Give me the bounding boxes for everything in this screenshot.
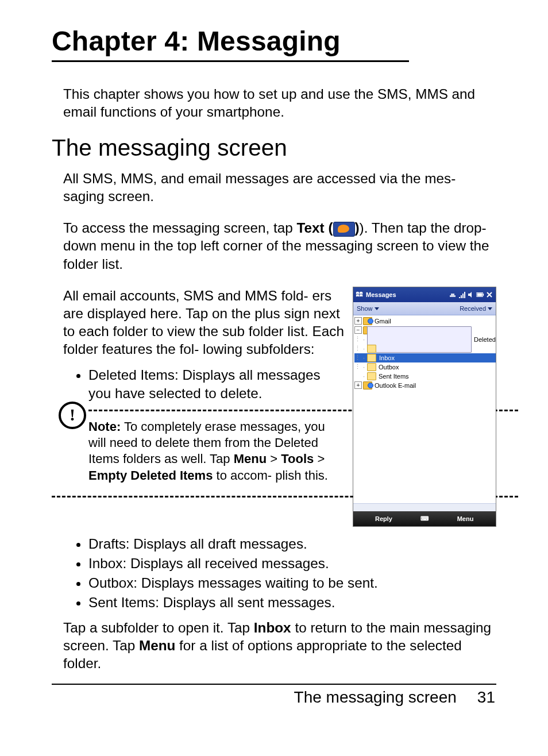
scrollbar-horizontal[interactable] bbox=[353, 503, 496, 511]
bullet-list: Deleted Items: Displays all messages you… bbox=[52, 366, 346, 403]
folder-icon bbox=[367, 345, 376, 353]
text-bold: Text ( bbox=[297, 220, 333, 236]
list-item: Deleted Items: Displays all messages you… bbox=[88, 366, 346, 403]
menu-button[interactable]: Menu bbox=[435, 515, 496, 522]
screenshot-softkeys: Reply ⌨ Menu bbox=[353, 511, 496, 526]
folder-icon bbox=[367, 363, 376, 371]
speaker-icon bbox=[467, 291, 475, 299]
text-bold: Tools bbox=[281, 452, 314, 466]
battery-icon bbox=[476, 291, 484, 299]
folder-tree: +Gmail −Messages ⋮·Deleted Items ⋮·Draft… bbox=[353, 315, 496, 503]
tree-item-outbox[interactable]: ⋮·Outbox bbox=[354, 362, 496, 372]
collapse-icon[interactable]: − bbox=[354, 326, 362, 334]
device-screenshot: Messages Show Received +Gmail −M bbox=[353, 287, 496, 527]
mail-account-icon bbox=[363, 381, 372, 389]
chapter-rule bbox=[52, 60, 409, 62]
page-footer: The messaging screen 31 bbox=[52, 688, 496, 707]
screenshot-title: Messages bbox=[366, 291, 396, 298]
text-run: > bbox=[267, 452, 281, 466]
text-run: To access the messaging screen, tap bbox=[63, 220, 297, 236]
text-run: to accom- plish this. bbox=[213, 468, 328, 483]
list-item: Drafts: Displays all draft messages. bbox=[88, 535, 496, 553]
windows-logo-icon bbox=[356, 291, 364, 299]
svg-rect-2 bbox=[477, 293, 483, 296]
expand-icon[interactable]: + bbox=[354, 317, 362, 325]
intro-paragraph: This chapter shows you how to set up and… bbox=[52, 85, 496, 121]
list-item: Inbox: Displays all received messages. bbox=[88, 554, 496, 573]
received-dropdown[interactable]: Received bbox=[460, 305, 492, 312]
document-page: Chapter 4: Messaging This chapter shows … bbox=[0, 0, 548, 756]
text-bold: Empty Deleted Items bbox=[88, 468, 213, 483]
bullet-list-2: Drafts: Displays all draft messages. Inb… bbox=[52, 535, 496, 612]
list-item: Sent Items: Displays all sent messages. bbox=[88, 593, 496, 612]
show-dropdown[interactable]: Show bbox=[357, 305, 379, 312]
chevron-down-icon bbox=[375, 307, 379, 310]
folder-icon bbox=[367, 326, 472, 353]
chevron-down-icon bbox=[488, 307, 492, 310]
paragraph-1: All SMS, MMS, and email messages are acc… bbox=[52, 169, 496, 205]
mail-account-icon bbox=[363, 317, 372, 325]
expand-icon[interactable]: + bbox=[354, 381, 362, 389]
text-bold: ) bbox=[355, 220, 360, 236]
reply-button[interactable]: Reply bbox=[353, 515, 414, 522]
folder-icon bbox=[367, 372, 376, 380]
keyboard-icon[interactable]: ⌨ bbox=[414, 515, 435, 522]
connectivity-icon bbox=[449, 291, 457, 299]
screenshot-body: +Gmail −Messages ⋮·Deleted Items ⋮·Draft… bbox=[353, 315, 496, 503]
note-callout: ! Note: To completely erase messages, yo… bbox=[52, 408, 346, 494]
text-bold: Menu bbox=[234, 452, 267, 466]
text-bold: Menu bbox=[139, 638, 175, 653]
signal-icon bbox=[458, 291, 466, 299]
tree-item-deleted[interactable]: ⋮·Deleted Items bbox=[354, 335, 496, 344]
tree-item-sent[interactable]: ·Sent Items bbox=[354, 372, 496, 381]
paragraph-3: All email accounts, SMS and MMS fold- er… bbox=[52, 287, 346, 358]
svg-rect-1 bbox=[483, 294, 484, 296]
screenshot-titlebar: Messages bbox=[353, 287, 496, 302]
folder-icon bbox=[367, 354, 376, 362]
paragraph-2: To access the messaging screen, tap Text… bbox=[52, 219, 496, 272]
list-item: Outbox: Displays messages waiting to be … bbox=[88, 574, 496, 592]
warning-icon: ! bbox=[59, 402, 86, 429]
chapter-title: Chapter 4: Messaging bbox=[52, 25, 496, 57]
footer-rule bbox=[52, 684, 496, 685]
text-bold: Inbox bbox=[254, 620, 291, 635]
tree-item-inbox[interactable]: ⋮·Inbox bbox=[354, 353, 496, 362]
screenshot-toolbar: Show Received bbox=[353, 302, 496, 315]
tree-item-outlook[interactable]: +Outlook E-mail bbox=[354, 381, 496, 390]
footer-section-label: The messaging screen bbox=[294, 688, 457, 707]
note-label: Note: bbox=[88, 419, 121, 434]
text-run: Tap a subfolder to open it. Tap bbox=[63, 620, 254, 635]
close-icon bbox=[485, 291, 493, 299]
tree-item-gmail[interactable]: +Gmail bbox=[354, 317, 496, 326]
page-number: 31 bbox=[477, 688, 495, 707]
text-run: > bbox=[314, 452, 325, 466]
paragraph-4: Tap a subfolder to open it. Tap Inbox to… bbox=[63, 619, 496, 672]
section-heading: The messaging screen bbox=[52, 134, 496, 161]
text-app-icon bbox=[333, 222, 355, 237]
